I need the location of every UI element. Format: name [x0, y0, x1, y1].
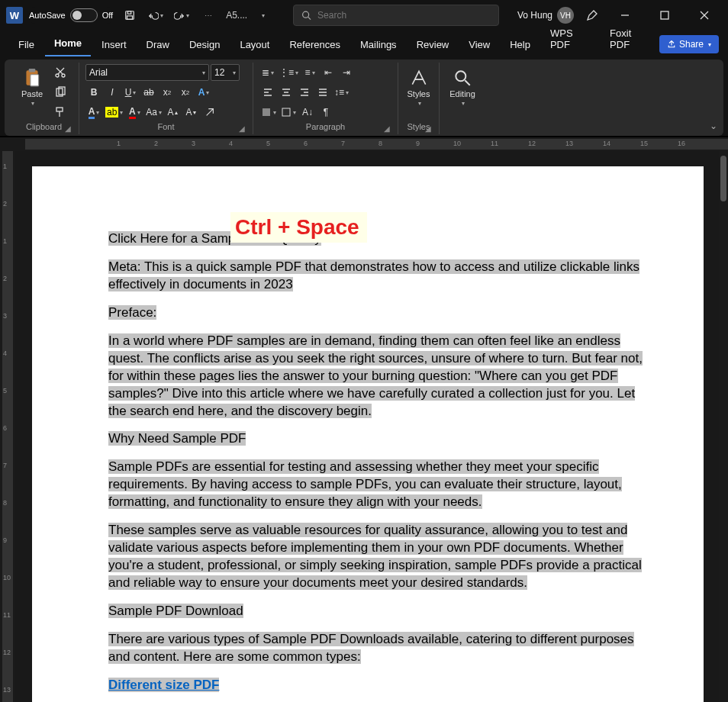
- ribbon-collapse-icon[interactable]: ⌄: [710, 121, 717, 131]
- svg-rect-29: [263, 108, 270, 116]
- svg-rect-11: [31, 74, 39, 85]
- tab-home[interactable]: Home: [45, 33, 91, 56]
- svg-point-3: [303, 11, 309, 18]
- doc-line[interactable]: Preface:: [108, 305, 156, 320]
- vertical-ruler[interactable]: 121234567891011121314: [0, 151, 15, 702]
- svg-point-12: [56, 74, 59, 77]
- doc-line[interactable]: Sample PDFs are essential for testing an…: [108, 459, 622, 509]
- sort-icon[interactable]: A↓: [299, 104, 316, 121]
- document-canvas[interactable]: Click Here for a Sample PDF Quickly Meta…: [15, 151, 728, 702]
- autosave-toggle[interactable]: AutoSave Off: [27, 7, 114, 24]
- tab-review[interactable]: Review: [407, 34, 459, 56]
- increase-indent-icon[interactable]: ⇥: [338, 64, 355, 81]
- shading-icon[interactable]: ▾: [259, 104, 278, 121]
- align-right-icon[interactable]: [296, 84, 313, 101]
- grow-font-icon[interactable]: A▲: [165, 104, 182, 121]
- tab-design[interactable]: Design: [180, 34, 229, 56]
- justify-icon[interactable]: [314, 84, 331, 101]
- bullets-icon[interactable]: ≣▾: [259, 64, 276, 81]
- doc-line[interactable]: These samples serve as valuable resource…: [108, 523, 642, 590]
- toggle-pill[interactable]: [70, 8, 98, 22]
- subscript-icon[interactable]: x2: [159, 84, 176, 101]
- styles-button[interactable]: Styles ▾: [404, 64, 433, 110]
- clear-format-icon[interactable]: [201, 104, 218, 121]
- tab-references[interactable]: References: [280, 34, 349, 56]
- copy-icon[interactable]: [52, 84, 69, 101]
- horizontal-ruler[interactable]: 12345678910111213141516: [0, 137, 728, 151]
- format-painter-icon[interactable]: [52, 104, 69, 121]
- styles-launcher-icon[interactable]: ◢: [424, 123, 433, 132]
- share-label: Share: [679, 39, 704, 50]
- align-center-icon[interactable]: [278, 84, 295, 101]
- underline-icon[interactable]: U▾: [122, 84, 139, 101]
- italic-icon[interactable]: I: [104, 84, 121, 101]
- tab-foxit-pdf[interactable]: Foxit PDF: [601, 23, 658, 56]
- paragraph-launcher-icon[interactable]: ◢: [382, 123, 391, 132]
- search-input[interactable]: [317, 10, 491, 21]
- qat-customize-icon[interactable]: ⋯: [197, 5, 218, 26]
- font-size-combo[interactable]: 12▾: [211, 64, 240, 81]
- editing-label: Editing: [449, 89, 475, 98]
- tab-draw[interactable]: Draw: [137, 34, 179, 56]
- styles-label: Styles: [407, 89, 430, 98]
- page[interactable]: Click Here for a Sample PDF Quickly Meta…: [32, 166, 704, 702]
- highlight-icon[interactable]: ab▾: [104, 104, 124, 121]
- svg-rect-30: [282, 108, 290, 116]
- decrease-indent-icon[interactable]: ⇤: [320, 64, 337, 81]
- cut-icon[interactable]: [52, 64, 69, 81]
- align-left-icon[interactable]: [259, 84, 276, 101]
- font-launcher-icon[interactable]: ◢: [237, 123, 246, 132]
- svg-rect-16: [56, 108, 63, 111]
- tab-layout[interactable]: Layout: [230, 34, 279, 56]
- vertical-scrollbar[interactable]: [719, 151, 728, 702]
- autosave-label: AutoSave: [29, 11, 66, 20]
- editing-button[interactable]: Editing ▾: [446, 64, 479, 110]
- word-app-icon[interactable]: W: [6, 7, 23, 24]
- shrink-font-icon[interactable]: A▼: [183, 104, 200, 121]
- clipboard-launcher-icon[interactable]: ◢: [63, 123, 72, 132]
- save-icon[interactable]: [119, 5, 140, 26]
- tab-help[interactable]: Help: [501, 34, 540, 56]
- doc-line[interactable]: There are various types of Sample PDF Do…: [108, 632, 634, 664]
- window-close-icon[interactable]: [687, 3, 722, 27]
- search-box[interactable]: [293, 5, 499, 26]
- font-name-combo[interactable]: Arial▾: [85, 64, 209, 81]
- show-marks-icon[interactable]: ¶: [317, 104, 334, 121]
- doc-line[interactable]: Why Need Sample PDF: [108, 431, 246, 446]
- search-icon: [301, 10, 311, 21]
- svg-point-31: [456, 71, 465, 81]
- tab-view[interactable]: View: [459, 34, 499, 56]
- superscript-icon[interactable]: x2: [177, 84, 194, 101]
- font-color-icon[interactable]: A▾: [126, 104, 143, 121]
- svg-rect-2: [127, 16, 133, 19]
- text-effects-icon[interactable]: A▾: [195, 84, 212, 101]
- doc-line[interactable]: Meta: This is a quick sample PDF that de…: [108, 259, 639, 291]
- redo-icon[interactable]: ▾: [171, 5, 192, 26]
- borders-icon[interactable]: ▾: [279, 104, 298, 121]
- strikethrough-icon[interactable]: ab: [140, 84, 157, 101]
- doc-link[interactable]: Different size PDF: [108, 678, 219, 692]
- bold-icon[interactable]: B: [85, 84, 102, 101]
- doc-dropdown-icon[interactable]: ▾: [252, 5, 273, 26]
- avatar: VH: [557, 7, 574, 24]
- scrollbar-thumb[interactable]: [720, 156, 726, 201]
- undo-icon[interactable]: ▾: [145, 5, 166, 26]
- paste-label: Paste: [21, 89, 43, 98]
- tab-file[interactable]: File: [9, 34, 43, 56]
- multilevel-icon[interactable]: ≡▾: [301, 64, 318, 81]
- svg-rect-1: [128, 11, 131, 14]
- paste-button[interactable]: Paste ▾: [15, 64, 49, 110]
- tab-wps-pdf[interactable]: WPS PDF: [541, 23, 599, 56]
- numbering-icon[interactable]: ⋮≡▾: [278, 64, 300, 81]
- svg-rect-6: [661, 11, 668, 19]
- font-color2-icon[interactable]: A▾: [85, 104, 102, 121]
- change-case-icon[interactable]: Aa▾: [144, 104, 163, 121]
- tab-mailings[interactable]: Mailings: [351, 34, 406, 56]
- tab-insert[interactable]: Insert: [92, 34, 136, 56]
- doc-line[interactable]: In a world where PDF samples are in dema…: [108, 333, 643, 418]
- share-button[interactable]: Share ▾: [659, 35, 719, 53]
- line-spacing-icon[interactable]: ↕≡▾: [333, 84, 350, 101]
- user-name: Vo Hung: [517, 10, 552, 21]
- svg-rect-10: [29, 69, 36, 72]
- doc-line[interactable]: Sample PDF Download: [108, 604, 243, 618]
